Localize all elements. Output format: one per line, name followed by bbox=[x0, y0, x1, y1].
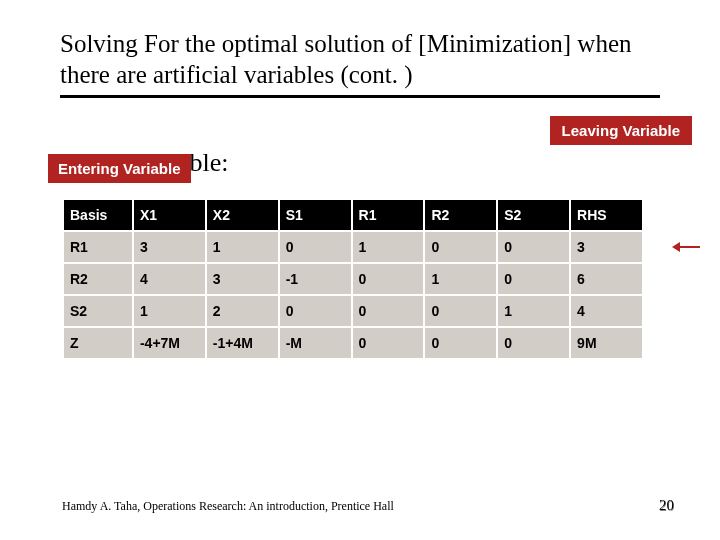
table-header: R2 bbox=[424, 199, 497, 231]
table-header: X1 bbox=[133, 199, 206, 231]
table-cell: 1 bbox=[352, 231, 425, 263]
table-cell: 4 bbox=[570, 295, 643, 327]
table-header: R1 bbox=[352, 199, 425, 231]
table-cell: 3 bbox=[206, 263, 279, 295]
table-cell: -1+4M bbox=[206, 327, 279, 359]
table-cell: 0 bbox=[424, 295, 497, 327]
table-cell: R2 bbox=[63, 263, 133, 295]
table-cell: 1 bbox=[497, 295, 570, 327]
table-cell: 1 bbox=[133, 295, 206, 327]
table-cell: 0 bbox=[279, 295, 352, 327]
table-row: Z -4+7M -1+4M -M 0 0 0 9M bbox=[63, 327, 643, 359]
table-cell: 0 bbox=[497, 327, 570, 359]
slide: Solving For the optimal solution of [Min… bbox=[0, 0, 720, 540]
table-header: S2 bbox=[497, 199, 570, 231]
simplex-table: Basis X1 X2 S1 R1 R2 S2 RHS R1 3 1 0 1 bbox=[62, 198, 644, 360]
table-cell: Z bbox=[63, 327, 133, 359]
table-header: Basis bbox=[63, 199, 133, 231]
table-cell: 1 bbox=[206, 231, 279, 263]
table-cell: 0 bbox=[352, 263, 425, 295]
table-cell: 3 bbox=[133, 231, 206, 263]
table-cell: 1 bbox=[424, 263, 497, 295]
footer-citation: Hamdy A. Taha, Operations Research: An i… bbox=[62, 499, 394, 514]
table-cell: R1 bbox=[63, 231, 133, 263]
table-cell: 0 bbox=[424, 327, 497, 359]
table-row: R2 4 3 -1 0 1 0 6 bbox=[63, 263, 643, 295]
table-cell: 6 bbox=[570, 263, 643, 295]
table-header: X2 bbox=[206, 199, 279, 231]
table-cell: 4 bbox=[133, 263, 206, 295]
table-cell: 0 bbox=[279, 231, 352, 263]
table-cell: 0 bbox=[424, 231, 497, 263]
table-cell: 0 bbox=[352, 327, 425, 359]
table-cell: -M bbox=[279, 327, 352, 359]
leaving-variable-label: Leaving Variable bbox=[550, 116, 692, 145]
entering-variable-label: Entering Variable bbox=[48, 154, 191, 183]
table-row: R1 3 1 0 1 0 0 3 bbox=[63, 231, 643, 263]
table-cell: 0 bbox=[352, 295, 425, 327]
table-cell: S2 bbox=[63, 295, 133, 327]
leaving-arrow-icon bbox=[678, 246, 700, 248]
table-cell: 0 bbox=[497, 263, 570, 295]
table-cell: 9M bbox=[570, 327, 643, 359]
table-cell: -4+7M bbox=[133, 327, 206, 359]
table-header-row: Basis X1 X2 S1 R1 R2 S2 RHS bbox=[63, 199, 643, 231]
table-cell: 2 bbox=[206, 295, 279, 327]
table-cell: 0 bbox=[497, 231, 570, 263]
table-cell: -1 bbox=[279, 263, 352, 295]
title-underline bbox=[60, 95, 660, 98]
table-header: S1 bbox=[279, 199, 352, 231]
slide-title: Solving For the optimal solution of [Min… bbox=[60, 28, 660, 91]
table-cell: 3 bbox=[570, 231, 643, 263]
table-row: S2 1 2 0 0 0 1 4 bbox=[63, 295, 643, 327]
page-number: 20 bbox=[659, 497, 674, 514]
table: Basis X1 X2 S1 R1 R2 S2 RHS R1 3 1 0 1 bbox=[62, 198, 644, 360]
table-header: RHS bbox=[570, 199, 643, 231]
